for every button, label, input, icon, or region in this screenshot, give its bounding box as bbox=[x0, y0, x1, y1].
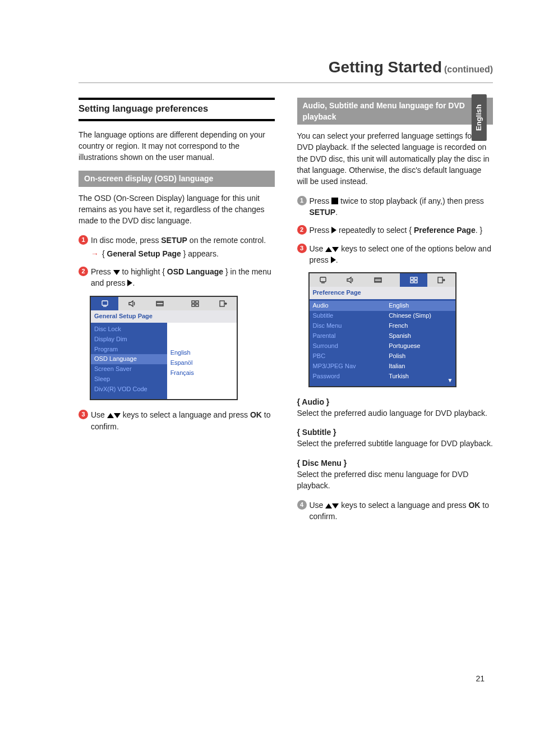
osd-option: English bbox=[170, 348, 233, 358]
osd-tab-spacer bbox=[392, 273, 400, 287]
osd-option: Polish bbox=[389, 351, 451, 361]
step-1: 1 In disc mode, press SETUP on the remot… bbox=[79, 235, 275, 260]
manual-page: English 21 Getting Started (continued) S… bbox=[0, 0, 535, 756]
osd-option: Turkish bbox=[389, 372, 451, 382]
osd-item-selected: Audio bbox=[310, 301, 386, 311]
step-number-icon: 4 bbox=[297, 500, 307, 510]
osd-tab-audio-icon bbox=[118, 297, 146, 310]
osd-title: General Setup Page bbox=[91, 310, 237, 323]
svg-rect-11 bbox=[411, 281, 413, 283]
up-icon bbox=[325, 503, 332, 508]
option-audio: { Audio } Select the preferred audio lan… bbox=[297, 396, 494, 419]
step-1: 1 Press twice to stop playback (if any,)… bbox=[297, 195, 494, 218]
page-title: Getting Started bbox=[329, 58, 442, 76]
svg-rect-1 bbox=[156, 301, 163, 306]
svg-rect-13 bbox=[438, 277, 442, 283]
step-text: In disc mode, press bbox=[91, 236, 161, 245]
osd-tab-bar bbox=[310, 273, 455, 287]
step-text: Use bbox=[310, 501, 326, 510]
osd-item: DivX(R) VOD Code bbox=[94, 384, 164, 395]
osd-item: Sleep bbox=[94, 374, 164, 384]
subheading-audio-subtitle: Audio, Subtitle and Menu language for DV… bbox=[297, 98, 494, 125]
osd-option: Français bbox=[170, 368, 233, 378]
step-3: 3 Use keys to select one of the options … bbox=[297, 243, 494, 266]
osd-option-selected: English bbox=[385, 301, 455, 311]
svg-rect-12 bbox=[414, 281, 417, 283]
osd-item: PBC bbox=[313, 351, 382, 361]
step-2: 2 Press to highlight { OSD Language } in… bbox=[79, 266, 275, 289]
svg-rect-4 bbox=[192, 304, 195, 306]
osd-item: Parental bbox=[313, 331, 382, 341]
step-text: Press bbox=[310, 226, 332, 235]
down-icon bbox=[332, 247, 339, 252]
option-text: Select the preferred subtitle language f… bbox=[297, 438, 494, 449]
scroll-down-icon: ▼ bbox=[448, 377, 453, 385]
down-icon bbox=[332, 503, 339, 508]
osd-menu-left: Audio Subtitle Disc Menu Parental Surrou… bbox=[310, 299, 386, 386]
osd-item: Password bbox=[313, 372, 382, 382]
step-text: repeatedly to select { bbox=[336, 226, 414, 235]
osd-tab-audio-icon bbox=[337, 273, 365, 287]
intro-text: The language options are different depen… bbox=[79, 129, 275, 163]
step-text: Press bbox=[310, 196, 332, 205]
step-text: keys to select a language and press bbox=[121, 410, 250, 419]
preference-page-label: Preference Page bbox=[414, 226, 476, 235]
osd-tab-exit-icon bbox=[209, 297, 237, 310]
svg-rect-6 bbox=[220, 301, 224, 306]
option-text: Select the preferred disc menu language … bbox=[297, 469, 494, 492]
intro-text: You can select your preferred language s… bbox=[297, 130, 494, 187]
svg-rect-5 bbox=[196, 304, 199, 306]
right-icon bbox=[331, 256, 336, 263]
osd-option: Italian bbox=[389, 361, 451, 372]
left-column: Setting language preferences The languag… bbox=[79, 98, 275, 529]
step-number-icon: 3 bbox=[79, 410, 88, 419]
step-number-icon: 2 bbox=[79, 267, 88, 276]
step-text: keys to select a language and press bbox=[339, 501, 468, 510]
option-heading: { Subtitle } bbox=[297, 427, 494, 438]
osd-tab-video-icon bbox=[365, 273, 392, 287]
osd-item: Subtitle bbox=[313, 311, 382, 321]
osd-menu-right: English Chinese (Simp) French Spanish Po… bbox=[385, 299, 455, 386]
osd-option: Chinese (Simp) bbox=[389, 311, 451, 321]
setup-label: SETUP bbox=[310, 208, 336, 217]
osd-item: Disc Menu bbox=[313, 321, 382, 331]
osd-tab-general-icon bbox=[310, 273, 337, 287]
osd-tab-exit-icon bbox=[427, 273, 455, 287]
osd-tab-bar bbox=[91, 297, 237, 310]
option-heading: { Disc Menu } bbox=[297, 457, 494, 469]
osd-tab-spacer bbox=[173, 297, 182, 310]
svg-rect-0 bbox=[102, 301, 108, 305]
step-result: { General Setup Page } appears. bbox=[91, 248, 275, 259]
osd-description: The OSD (On-Screen Display) language for… bbox=[79, 193, 275, 227]
osd-item: Disc Lock bbox=[94, 324, 164, 335]
up-icon bbox=[325, 247, 332, 252]
step-text: to highlight { bbox=[120, 267, 167, 276]
subheading-osd-language: On-screen display (OSD) language bbox=[79, 171, 275, 186]
svg-rect-3 bbox=[196, 301, 199, 303]
right-column: Audio, Subtitle and Menu language for DV… bbox=[297, 98, 494, 529]
step-3: 3 Use keys to select a language and pres… bbox=[79, 409, 275, 432]
osd-menu-left: Disc Lock Display Dim Program OSD Langua… bbox=[91, 323, 167, 400]
option-disc-menu: { Disc Menu } Select the preferred disc … bbox=[297, 457, 494, 492]
osd-option: Portuguese bbox=[389, 341, 451, 351]
page-title-continued: (continued) bbox=[444, 65, 493, 74]
osd-option: Spanish bbox=[389, 331, 451, 341]
step-4: 4 Use keys to select a language and pres… bbox=[297, 500, 494, 523]
general-setup-label: General Setup Page bbox=[107, 249, 181, 258]
step-number-icon: 1 bbox=[79, 235, 88, 245]
language-tab: English bbox=[472, 94, 487, 141]
option-subtitle: { Subtitle } Select the preferred subtit… bbox=[297, 427, 494, 450]
step-text: . bbox=[336, 255, 338, 264]
svg-rect-10 bbox=[414, 277, 417, 280]
down-icon bbox=[114, 413, 121, 418]
right-icon bbox=[331, 227, 336, 233]
ok-label: OK bbox=[468, 501, 480, 510]
step-number-icon: 1 bbox=[297, 196, 307, 205]
ok-label: OK bbox=[250, 410, 262, 419]
osd-option: French bbox=[389, 321, 451, 331]
step-text: Press bbox=[91, 267, 113, 276]
osd-screenshot-preference: Preference Page Audio Subtitle Disc Menu… bbox=[308, 272, 456, 387]
step-text: on the remote control. bbox=[187, 236, 266, 245]
up-icon bbox=[107, 413, 114, 418]
osd-item-selected: OSD Language bbox=[91, 354, 167, 364]
